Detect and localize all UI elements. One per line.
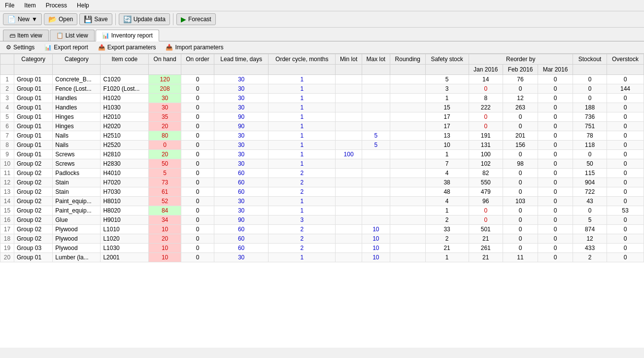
table-row[interactable]: 12Group 02StainH702073060238550009040 bbox=[0, 178, 644, 187]
cell-min-lot bbox=[336, 84, 362, 94]
table-row[interactable]: 1Group 01Concrete_B...C10201200301514760… bbox=[0, 75, 644, 84]
forecast-button[interactable]: ▶ Forecast bbox=[176, 13, 216, 25]
header-cat1: Category bbox=[14, 54, 53, 65]
cell-jan: 100 bbox=[469, 150, 503, 159]
save-button[interactable]: 💾 Save bbox=[79, 13, 112, 25]
cell-jan: 21 bbox=[469, 253, 503, 262]
cell-jan: 82 bbox=[469, 169, 503, 178]
cell-stockout: 736 bbox=[573, 112, 607, 122]
row-number: 13 bbox=[0, 187, 14, 197]
table-row[interactable]: 11Group 02PadlocksH401050602482001150 bbox=[0, 169, 644, 178]
cell-order-cycle: 1 bbox=[269, 75, 336, 84]
export-report-button[interactable]: 📊 Export report bbox=[41, 43, 91, 52]
cell-item-code: H9010 bbox=[101, 215, 149, 225]
cell-min-lot bbox=[336, 206, 362, 215]
cell-on-order: 0 bbox=[181, 253, 214, 262]
cell-on-hand: 35 bbox=[149, 112, 181, 122]
table-row[interactable]: 9Group 01ScrewsH281020030110011000000 bbox=[0, 150, 644, 159]
cell-jan: 14 bbox=[469, 75, 503, 84]
table-row[interactable]: 17Group 02PlywoodL1010100602103350100874… bbox=[0, 225, 644, 234]
cell-category1: Group 01 bbox=[14, 94, 53, 103]
cell-order-cycle: 1 bbox=[269, 197, 336, 206]
cell-stockout: 43 bbox=[573, 197, 607, 206]
cell-min-lot bbox=[336, 75, 362, 84]
inventory-table: Category Category Item code On hand On o… bbox=[0, 54, 644, 262]
table-row[interactable]: 16Group 02GlueH9010340903200050 bbox=[0, 215, 644, 225]
cell-lead-time: 30 bbox=[214, 141, 269, 150]
table-row[interactable]: 20Group 01Lumber (la...L2001100301101211… bbox=[0, 253, 644, 262]
table-row[interactable]: 14Group 02Paint_equip...H801052030149610… bbox=[0, 197, 644, 206]
menu-file[interactable]: File bbox=[2, 1, 17, 10]
cell-category1: Group 02 bbox=[14, 187, 53, 197]
cell-safety-stock: 48 bbox=[425, 187, 469, 197]
cell-max-lot: 10 bbox=[362, 225, 390, 234]
cell-category2: Hinges bbox=[53, 112, 101, 122]
cell-max-lot bbox=[362, 206, 390, 215]
cell-mar: 0 bbox=[538, 131, 573, 141]
toolbar-separator-2 bbox=[173, 13, 173, 25]
cell-rounding bbox=[390, 112, 425, 122]
cell-lead-time: 30 bbox=[214, 131, 269, 141]
cell-stockout: 118 bbox=[573, 141, 607, 150]
import-parameters-button[interactable]: 📥 Import parameters bbox=[163, 43, 226, 52]
export-parameters-button[interactable]: 📤 Export parameters bbox=[95, 43, 159, 52]
cell-stockout: 5 bbox=[573, 215, 607, 225]
settings-button[interactable]: ⚙ Settings bbox=[3, 43, 37, 52]
cell-item-code: H7030 bbox=[101, 187, 149, 197]
menu-help[interactable]: Help bbox=[74, 1, 92, 10]
cell-overstock: 0 bbox=[607, 197, 644, 206]
cell-overstock: 0 bbox=[607, 253, 644, 262]
tab-item-view[interactable]: 🗃 Item view bbox=[3, 30, 49, 41]
table-row[interactable]: 4Group 01HandlesH10303003011522226301880 bbox=[0, 103, 644, 112]
update-data-button[interactable]: 🔄 Update data bbox=[119, 13, 170, 25]
table-row[interactable]: 13Group 02StainH703061060248479007220 bbox=[0, 187, 644, 197]
cell-order-cycle: 1 bbox=[269, 253, 336, 262]
open-button[interactable]: 📂 Open bbox=[44, 13, 77, 25]
row-number: 1 bbox=[0, 75, 14, 84]
table-row[interactable]: 8Group 01NailsH25200030151013115601180 bbox=[0, 141, 644, 150]
cell-on-order: 0 bbox=[181, 159, 214, 169]
menu-process[interactable]: Process bbox=[43, 1, 70, 10]
cell-max-lot bbox=[362, 122, 390, 131]
table-row[interactable]: 2Group 01Fence (Lost...F1020 (Lost...208… bbox=[0, 84, 644, 94]
cell-mar: 0 bbox=[538, 150, 573, 159]
cell-overstock: 144 bbox=[607, 84, 644, 94]
cell-min-lot bbox=[336, 122, 362, 131]
table-row[interactable]: 7Group 01NailsH25108003015131912010780 bbox=[0, 131, 644, 141]
cell-on-hand: 52 bbox=[149, 197, 181, 206]
cell-stockout: 188 bbox=[573, 103, 607, 112]
cell-min-lot bbox=[336, 112, 362, 122]
tab-inventory-report[interactable]: 📊 Inventory report bbox=[96, 30, 159, 41]
cell-category2: Plywood bbox=[53, 225, 101, 234]
cell-stockout: 722 bbox=[573, 187, 607, 197]
row-number: 5 bbox=[0, 112, 14, 122]
cell-min-lot bbox=[336, 103, 362, 112]
cell-stockout: 0 bbox=[573, 206, 607, 215]
new-button[interactable]: 📄 New ▼ bbox=[3, 13, 42, 25]
table-row[interactable]: 3Group 01HandlesH10203003011812000 bbox=[0, 94, 644, 103]
table-row[interactable]: 15Group 02Paint_equip...H802084030110000… bbox=[0, 206, 644, 215]
table-row[interactable]: 19Group 03PlywoodL1030100602102126100433… bbox=[0, 244, 644, 253]
cell-feb: 0 bbox=[503, 215, 538, 225]
cell-feb: 0 bbox=[503, 225, 538, 234]
table-row[interactable]: 10Group 02ScrewsH28305003017102980500 bbox=[0, 159, 644, 169]
cell-order-cycle: 2 bbox=[269, 169, 336, 178]
cell-category2: Plywood bbox=[53, 234, 101, 244]
cell-safety-stock: 1 bbox=[425, 253, 469, 262]
table-row[interactable]: 18Group 02PlywoodL10202006021022100120 bbox=[0, 234, 644, 244]
cell-on-hand: 208 bbox=[149, 84, 181, 94]
cell-feb: 0 bbox=[503, 206, 538, 215]
menu-item[interactable]: Item bbox=[21, 1, 38, 10]
cell-feb: 156 bbox=[503, 141, 538, 150]
table-row[interactable]: 5Group 01HingesH2010350901170007360 bbox=[0, 112, 644, 122]
table-row[interactable]: 6Group 01HingesH2020200901170007510 bbox=[0, 122, 644, 131]
cell-on-order: 0 bbox=[181, 103, 214, 112]
cell-safety-stock: 17 bbox=[425, 122, 469, 131]
cell-on-order: 0 bbox=[181, 187, 214, 197]
tab-inventory-report-label: Inventory report bbox=[111, 32, 153, 39]
cell-jan: 102 bbox=[469, 159, 503, 169]
cell-category1: Group 02 bbox=[14, 206, 53, 215]
tab-list-view[interactable]: 📋 List view bbox=[50, 30, 95, 41]
save-label: Save bbox=[94, 16, 107, 23]
cell-overstock: 0 bbox=[607, 169, 644, 178]
